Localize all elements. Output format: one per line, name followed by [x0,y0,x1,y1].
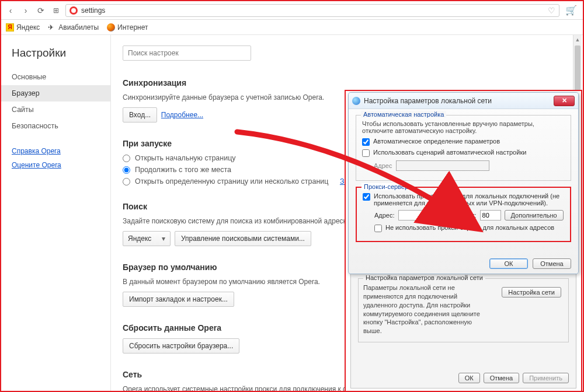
proxy-addr-input[interactable] [398,210,457,220]
page-title: Настройки [1,47,110,69]
lan-desc: Параметры локальной сети не применяются … [363,284,486,335]
cart-icon[interactable]: 🛒 [563,5,579,16]
proxy-port-input[interactable] [480,210,501,220]
favorite-icon[interactable]: ♡ [548,6,555,15]
auto-addr-label: Адрес [374,162,392,169]
speed-dial-button[interactable]: ⊞ [50,5,62,16]
dialog-title: Настройка параметров локальной сети [364,97,492,105]
bookmark-yandex[interactable]: ЯЯндекс [6,23,40,32]
yandex-icon: Я [6,23,14,32]
firefox-icon [107,23,115,32]
internet-options-dialog: Настройка параметров локальной сети Пара… [350,272,576,388]
bookmark-internet[interactable]: Интернет [107,23,148,32]
proxy-addr-label: Адрес: [374,212,395,219]
sidebar-item-sites[interactable]: Сайты [1,102,110,118]
auto-script-checkbox[interactable] [362,149,370,157]
auto-detect-checkbox[interactable] [362,138,370,146]
use-proxy-checkbox[interactable] [363,193,370,201]
opera-icon [69,6,78,15]
dialog-titlebar: Настройка параметров локальной сети ✕ [349,93,578,109]
proxy-advanced-button[interactable]: Дополнительно [505,210,564,220]
reset-button[interactable]: Сбросить настройки браузера... [123,338,239,354]
inet-cancel-button[interactable]: Отмена [484,373,519,383]
sidebar-item-basic[interactable]: Основные [1,69,110,85]
rate-link[interactable]: Оцените Opera [12,161,100,169]
sync-more-link[interactable]: Подробнее... [161,111,203,119]
lan-settings-dialog: Настройка параметров локальной сети ✕ Ав… [348,92,579,274]
manage-search-button[interactable]: Управление поисковыми системами... [175,231,311,246]
search-settings-input[interactable] [123,46,251,61]
sidebar-item-security[interactable]: Безопасность [1,118,110,134]
reload-button[interactable]: ⟳ [35,5,47,16]
globe-icon [352,97,360,105]
sync-title: Синхронизация [123,78,571,88]
auto-addr-input [396,160,489,171]
bypass-local-checkbox[interactable] [374,225,382,232]
close-button[interactable]: ✕ [554,96,575,106]
startup-radio-continue[interactable] [123,166,130,174]
address-text: settings [81,6,105,15]
help-link[interactable]: Справка Opera [12,147,100,155]
inet-ok-button[interactable]: ОК [458,373,480,383]
inet-apply-button[interactable]: Применить [523,373,569,383]
bookmarks-bar: ЯЯндекс ✈Авиабилеты Интернет [1,20,583,35]
search-engine-select[interactable]: Яндекс [123,231,171,246]
proxy-port-label: Порт: [460,212,477,219]
startup-radio-pages[interactable] [123,178,130,186]
lan-fieldset-legend: Настройка параметров локальной сети [363,274,485,281]
sync-login-button[interactable]: Вход... [123,107,157,123]
plane-icon: ✈ [48,23,56,32]
browser-toolbar: ‹ › ⟳ ⊞ settings ♡ 🛒 [1,1,583,20]
annotation-dialog-box: Настройка параметров локальной сети Пара… [345,90,582,392]
sidebar: Настройки Основные Браузер Сайты Безопас… [1,35,111,391]
address-bar[interactable]: settings ♡ [65,4,559,17]
proxy-legend: Прокси-сервер [361,183,411,190]
lan-ok-button[interactable]: ОК [489,258,528,269]
sidebar-item-browser[interactable]: Браузер [1,85,110,102]
import-button[interactable]: Импорт закладок и настроек... [123,292,234,307]
lan-settings-button[interactable]: Настройка сети [502,287,561,298]
proxy-fieldset: Прокси-сервер Использовать прокси-сервер… [356,187,571,242]
back-button[interactable]: ‹ [5,5,16,16]
auto-desc: Чтобы использовать установленные вручную… [362,120,565,134]
forward-button[interactable]: › [20,5,32,16]
lan-cancel-button[interactable]: Отмена [533,258,571,269]
auto-legend: Автоматическая настройка [361,111,446,118]
bookmark-flights[interactable]: ✈Авиабилеты [48,23,99,32]
startup-radio-home[interactable] [123,155,130,162]
auto-config-fieldset: Автоматическая настройка Чтобы использов… [356,115,571,181]
